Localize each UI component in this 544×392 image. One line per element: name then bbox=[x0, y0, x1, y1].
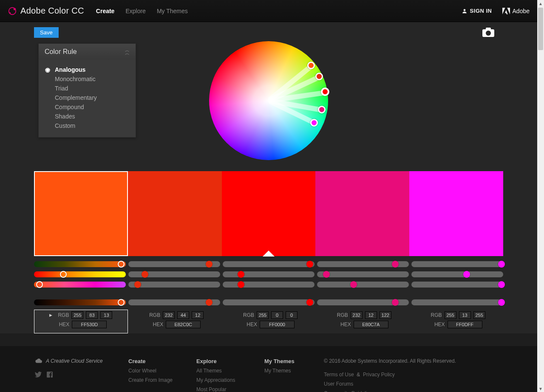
mode-arrow-icon[interactable]: ▶ bbox=[49, 313, 52, 317]
swatch[interactable] bbox=[409, 171, 503, 256]
slider-handle[interactable] bbox=[238, 281, 244, 288]
rule-triad[interactable]: Triad bbox=[45, 84, 130, 93]
slider-track[interactable] bbox=[411, 271, 503, 277]
wheel-knob[interactable] bbox=[321, 87, 329, 96]
footer-link-all-themes[interactable]: All Themes bbox=[196, 368, 247, 374]
wheel-knob[interactable] bbox=[307, 62, 315, 69]
slider-track[interactable] bbox=[223, 271, 314, 277]
swatch[interactable] bbox=[315, 171, 409, 256]
rgb-input-g[interactable] bbox=[271, 311, 283, 319]
nav-create[interactable]: Create bbox=[96, 8, 115, 14]
hex-input[interactable] bbox=[166, 321, 201, 328]
slider-track[interactable] bbox=[223, 282, 314, 288]
rgb-input-r[interactable] bbox=[351, 311, 363, 319]
slider-track[interactable] bbox=[317, 261, 409, 267]
wheel-knob[interactable] bbox=[310, 119, 318, 127]
slider-handle[interactable] bbox=[463, 271, 470, 278]
adobe-link[interactable]: Adobe bbox=[502, 8, 530, 14]
slider-handle[interactable] bbox=[498, 299, 505, 306]
rgb-input-r[interactable] bbox=[445, 311, 456, 319]
nav-explore[interactable]: Explore bbox=[125, 8, 145, 14]
slider-handle[interactable] bbox=[238, 271, 244, 278]
slider-track[interactable] bbox=[34, 299, 126, 305]
slider-handle[interactable] bbox=[142, 271, 148, 278]
slider-track[interactable] bbox=[223, 299, 314, 305]
hex-input[interactable] bbox=[448, 321, 482, 328]
slider-handle[interactable] bbox=[306, 299, 313, 306]
rule-custom[interactable]: Custom bbox=[45, 121, 130, 130]
footer-link-create-image[interactable]: Create From Image bbox=[128, 377, 179, 383]
rgb-input-b[interactable] bbox=[286, 311, 298, 319]
slider-handle[interactable] bbox=[306, 261, 313, 268]
hex-input[interactable] bbox=[72, 321, 107, 328]
rgb-input-r[interactable] bbox=[71, 311, 83, 319]
camera-icon[interactable] bbox=[482, 27, 495, 39]
slider-track[interactable] bbox=[317, 271, 409, 277]
slider-track[interactable] bbox=[411, 261, 503, 267]
rule-complementary[interactable]: Complementary bbox=[45, 93, 130, 102]
rgb-input-r[interactable] bbox=[257, 311, 269, 319]
slider-handle[interactable] bbox=[498, 261, 505, 268]
rule-shades[interactable]: Shades bbox=[45, 112, 130, 121]
sign-in-link[interactable]: SIGN IN bbox=[462, 8, 492, 14]
hex-input[interactable] bbox=[354, 321, 388, 328]
rgb-input-b[interactable] bbox=[380, 311, 391, 319]
rgb-input-g[interactable] bbox=[86, 311, 98, 319]
twitter-icon[interactable] bbox=[35, 372, 42, 378]
slider-track[interactable] bbox=[128, 261, 220, 267]
slider-track[interactable] bbox=[34, 271, 126, 277]
rule-monochromatic[interactable]: Monochromatic bbox=[45, 74, 130, 84]
slider-track[interactable] bbox=[317, 282, 409, 288]
slider-handle[interactable] bbox=[206, 299, 212, 306]
slider-handle[interactable] bbox=[206, 261, 212, 268]
slider-track[interactable] bbox=[317, 299, 409, 305]
footer-link-color-wheel[interactable]: Color Wheel bbox=[128, 368, 179, 374]
slider-handle[interactable] bbox=[60, 271, 67, 278]
footer-link-appreciations[interactable]: My Appreciations bbox=[196, 377, 247, 383]
slider-track[interactable] bbox=[128, 282, 220, 288]
rgb-input-r[interactable] bbox=[163, 311, 175, 319]
slider-handle[interactable] bbox=[118, 261, 125, 268]
slider-handle[interactable] bbox=[118, 299, 125, 306]
rule-analogous[interactable]: ◉Analogous bbox=[45, 65, 130, 74]
slider-track[interactable] bbox=[34, 282, 126, 288]
color-rule-header[interactable]: Color Rule ︿︿ bbox=[39, 44, 136, 60]
rgb-input-g[interactable] bbox=[459, 311, 471, 319]
slider-handle[interactable] bbox=[498, 281, 505, 288]
rgb-input-g[interactable] bbox=[365, 311, 377, 319]
slider-handle[interactable] bbox=[392, 299, 399, 306]
facebook-icon[interactable] bbox=[47, 372, 53, 378]
footer-link-terms[interactable]: Terms of Use bbox=[324, 372, 354, 378]
wheel-knob[interactable] bbox=[315, 73, 323, 80]
footer-link-mythemes[interactable]: My Themes bbox=[264, 368, 307, 374]
swatch[interactable] bbox=[34, 171, 128, 256]
slider-track[interactable] bbox=[34, 261, 126, 267]
rgb-input-b[interactable] bbox=[192, 311, 204, 319]
rule-label: Shades bbox=[55, 113, 75, 120]
save-button[interactable]: Save bbox=[34, 27, 59, 38]
rule-compound[interactable]: Compound bbox=[45, 102, 130, 112]
slider-track[interactable] bbox=[411, 282, 503, 288]
slider-handle[interactable] bbox=[392, 261, 399, 268]
slider-handle[interactable] bbox=[323, 271, 330, 278]
slider-track[interactable] bbox=[128, 299, 220, 305]
footer-link-community[interactable]: Community Guidelines bbox=[324, 390, 502, 392]
rgb-input-b[interactable] bbox=[473, 311, 485, 319]
footer-link-popular[interactable]: Most Popular bbox=[196, 386, 247, 392]
wheel-knob[interactable] bbox=[318, 106, 326, 113]
slider-handle[interactable] bbox=[134, 281, 141, 288]
rgb-input-g[interactable] bbox=[177, 311, 189, 319]
swatch[interactable] bbox=[222, 171, 316, 256]
footer-link-privacy[interactable]: Privacy Policy bbox=[363, 372, 395, 378]
slider-track[interactable] bbox=[411, 299, 503, 305]
rgb-input-b[interactable] bbox=[100, 311, 112, 319]
slider-handle[interactable] bbox=[350, 281, 357, 288]
hex-input[interactable] bbox=[260, 321, 295, 328]
footer-link-forums[interactable]: User Forums bbox=[324, 381, 502, 387]
swatch[interactable] bbox=[128, 171, 222, 256]
nav-mythemes[interactable]: My Themes bbox=[157, 8, 188, 14]
slider-track[interactable] bbox=[223, 261, 314, 267]
slider-handle[interactable] bbox=[36, 281, 43, 288]
color-wheel[interactable] bbox=[209, 41, 328, 160]
slider-track[interactable] bbox=[128, 271, 220, 277]
